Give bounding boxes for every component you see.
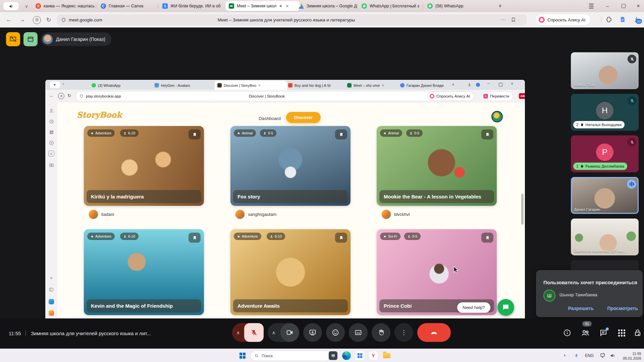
story-author[interactable]: tiadani: [89, 210, 114, 219]
participant-tile[interactable]: P 1 Рымкеш Дюсембаева: [571, 135, 639, 172]
nav-discover[interactable]: Discover: [286, 112, 321, 123]
bookmark-button[interactable]: [481, 129, 493, 139]
edge-icon[interactable]: [342, 351, 351, 360]
more-options-button[interactable]: ⋮: [394, 323, 413, 342]
downloads-button[interactable]: 33: [633, 16, 640, 23]
reactions-button[interactable]: [326, 323, 345, 342]
play-icon[interactable]: [48, 139, 55, 146]
story-card[interactable]: ★Adventure 6-10 Kevin and the Magic of F…: [84, 229, 204, 315]
activities-button[interactable]: [616, 328, 627, 338]
bookmark-button[interactable]: [189, 129, 201, 139]
browser-tab-canva[interactable]: C Главная — Canva: [97, 1, 163, 11]
tab-close-icon[interactable]: ×: [258, 83, 261, 88]
nav-dashboard[interactable]: Dashboard: [259, 116, 281, 121]
services-icon[interactable]: [48, 129, 55, 135]
story-card[interactable]: ★Animal 0-5 Fox story: [230, 126, 351, 206]
browser-tab-whatsapp[interactable]: WhatsApp | Бесплатный з: [358, 1, 428, 11]
sync-profile-icon[interactable]: [476, 83, 480, 87]
new-tab-button[interactable]: +: [452, 82, 454, 87]
desktop-search[interactable]: Поиск: [251, 351, 330, 361]
bookmark-button[interactable]: [335, 233, 347, 243]
translate-button[interactable]: A Перевести: [481, 92, 513, 101]
browser-tab-drive[interactable]: Зимняя школа – Google Д: [295, 1, 362, 11]
review-button[interactable]: Просмотреть: [607, 306, 638, 311]
history-icon[interactable]: [48, 118, 55, 125]
shared-tab-meet[interactable]: Meet – vhz-vme ×: [344, 81, 400, 90]
camera-button-group[interactable]: ∧: [268, 323, 299, 342]
weather-widget-icon[interactable]: [48, 298, 55, 305]
participant-tile[interactable]: Ksenia Tsoy: [571, 52, 639, 89]
story-card[interactable]: ★Animal 0-5 Mookie the Bear - A lesson i…: [377, 126, 497, 206]
start-button[interactable]: [239, 353, 246, 359]
ask-alice-button[interactable]: Спросить Алису AI: [428, 92, 473, 101]
window-maximize-button[interactable]: [619, 3, 629, 9]
yandex-home-button[interactable]: Я: [58, 93, 64, 99]
address-more-button[interactable]: ⋯: [501, 17, 506, 23]
page-scrollbar[interactable]: [521, 194, 524, 225]
mic-options-chevron[interactable]: ∧: [232, 330, 244, 335]
meeting-details-button[interactable]: [562, 328, 572, 338]
adblock-icon[interactable]: ABP: [519, 93, 525, 99]
yandex-browser-icon[interactable]: Y: [369, 351, 378, 360]
story-card[interactable]: ★Adventure 6-10 Adventure Awaits: [230, 229, 351, 315]
present-screen-button[interactable]: [303, 323, 322, 342]
url-field[interactable]: play.storybookai.app Discover | StoryBoo…: [76, 92, 469, 101]
profile-icon[interactable]: [48, 107, 55, 114]
shared-tab-sound-button[interactable]: [50, 81, 60, 88]
tab-close-icon[interactable]: ×: [286, 3, 288, 9]
camera-button[interactable]: [280, 323, 299, 342]
panel-toggle-icon[interactable]: [48, 286, 55, 293]
mic-button-group[interactable]: ∧: [232, 323, 264, 342]
browser-menu-button[interactable]: [586, 3, 596, 9]
new-tab-button[interactable]: +: [496, 2, 504, 10]
allow-button[interactable]: Разрешить: [568, 306, 594, 311]
mic-muted-button[interactable]: [244, 323, 264, 342]
reload-button[interactable]: ↻: [46, 16, 51, 23]
bookmark-button[interactable]: [481, 233, 493, 243]
window-close-button[interactable]: ×: [511, 81, 514, 86]
back-icon[interactable]: ←: [49, 93, 54, 98]
screen-app-icon[interactable]: [329, 351, 337, 360]
bookmark-button[interactable]: [189, 233, 201, 243]
browser-tab-docs[interactable]: 5 ЖИ білім беруде. ИИ в об: [159, 1, 229, 11]
end-call-button[interactable]: [417, 323, 451, 342]
host-controls-button[interactable]: [633, 328, 643, 338]
participant-tile[interactable]: Светлана Филатова ШЛ им....: [571, 219, 639, 255]
storybook-logo[interactable]: StoryBook: [77, 110, 122, 119]
browser-tab-yandex[interactable]: Я канва — Яндекс: нашлась: [32, 1, 101, 11]
document-sync-icon[interactable]: [619, 16, 626, 23]
url-field[interactable]: meet.google.com Meet – Зимняя школа для …: [57, 14, 527, 25]
chat-button[interactable]: [598, 328, 608, 338]
window-minimize-button[interactable]: –: [487, 81, 490, 86]
browser-tab-meet-active[interactable]: Meet – Зимняя школ ×: [225, 1, 300, 11]
forward-button[interactable]: →: [19, 16, 25, 23]
open-window-button[interactable]: [23, 32, 38, 46]
keyboard-language[interactable]: ENG: [585, 353, 594, 358]
ethernet-icon[interactable]: [600, 353, 605, 358]
participants-button[interactable]: [580, 328, 590, 338]
story-author[interactable]: sanghsgautam: [235, 210, 276, 219]
camera-options-chevron[interactable]: ∧: [268, 330, 280, 335]
window-maximize-button[interactable]: [499, 83, 502, 86]
add-panel-icon[interactable]: +: [48, 274, 55, 281]
user-avatar[interactable]: [491, 111, 503, 122]
folder-icon[interactable]: [382, 351, 391, 360]
reload-icon[interactable]: ↻: [67, 93, 71, 98]
story-author[interactable]: blvckhvt: [382, 210, 410, 219]
downloads-count-badge[interactable]: 6: [48, 150, 55, 157]
tab-sound-button[interactable]: [3, 2, 19, 10]
download-icon[interactable]: [467, 82, 472, 87]
captions-button[interactable]: [349, 323, 368, 342]
shared-tab-boy-dog[interactable]: Boy and his dog | A St: [285, 81, 347, 90]
ask-alice-button[interactable]: Спросить Алису AI: [536, 14, 590, 25]
story-card[interactable]: ★Adventure 6-10 Kirikú y la madriguera: [84, 126, 204, 206]
stop-presentation-button[interactable]: [6, 32, 20, 46]
browser-tab-whatsapp-2[interactable]: (58) WhatsApp: [424, 1, 490, 11]
mic-tray-icon[interactable]: [574, 353, 579, 358]
participant-tile[interactable]: H 2 Наталья Выходцева: [571, 94, 639, 131]
volume-icon[interactable]: [610, 353, 615, 358]
tray-chevron-icon[interactable]: ∧: [564, 353, 566, 357]
store-app-icon[interactable]: [356, 351, 364, 360]
extensions-icon[interactable]: [606, 16, 612, 23]
shared-tab-profile[interactable]: Гагарин Данил Влади: [397, 81, 453, 90]
